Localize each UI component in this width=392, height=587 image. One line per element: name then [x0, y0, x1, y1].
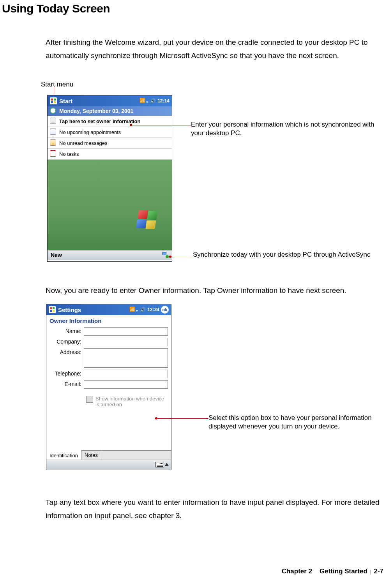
input-address[interactable]	[84, 348, 168, 368]
tabs: Identification Notes	[46, 450, 171, 460]
activesync-icon[interactable]	[162, 252, 169, 258]
tasks-text: No tasks	[59, 151, 79, 157]
callout-show-info: Select this option box to have your pers…	[208, 414, 372, 431]
new-label: New	[51, 252, 62, 258]
panel-title: Owner Information	[46, 315, 171, 326]
input-company[interactable]	[84, 338, 168, 346]
speaker-icon[interactable]: 🔊	[140, 307, 146, 312]
paragraph-3: Tap any text box where you want to enter…	[46, 496, 385, 522]
checkbox-show-info[interactable]	[86, 396, 93, 403]
tasks-icon	[50, 150, 56, 157]
paragraph-2: Now, you are ready to enter Owner inform…	[46, 286, 385, 295]
input-panel-up-icon[interactable]	[165, 463, 169, 466]
status-icons: 📶 🔊 12:14	[139, 98, 170, 104]
screenshot-today-screen: Start 📶 🔊 12:14 Monday, September 03, 20…	[47, 95, 172, 262]
status-icons: 📶 🔊 12:24 ok	[129, 306, 169, 314]
clock-icon	[50, 108, 56, 114]
keyboard-icon[interactable]	[155, 462, 164, 467]
titlebar-text: Settings	[58, 307, 129, 313]
footer-separator: |	[370, 569, 371, 575]
inbox-row[interactable]: No unread messages	[48, 138, 172, 149]
titlebar: Start 📶 🔊 12:14	[48, 95, 172, 106]
tab-notes[interactable]: Notes	[81, 451, 101, 460]
date-text: Monday, September 03, 2001	[59, 108, 133, 114]
label-company: Company:	[49, 338, 84, 346]
owner-form: Name: Company: Address: Telephone: E-mai…	[46, 326, 171, 409]
tab-identification[interactable]: Identification	[46, 450, 81, 460]
new-command-bar[interactable]: New	[48, 250, 172, 260]
form-row-address: Address:	[49, 348, 168, 368]
windows-flag-icon[interactable]	[50, 97, 57, 104]
callout-leader-start-menu	[54, 87, 54, 95]
callout-owner-info: Enter your personal information which is…	[191, 120, 386, 137]
input-name[interactable]	[84, 327, 168, 336]
label-name: Name:	[49, 327, 84, 336]
input-email[interactable]	[84, 380, 168, 389]
windows-flag-icon[interactable]	[49, 306, 56, 313]
date-row[interactable]: Monday, September 03, 2001	[48, 106, 172, 116]
ok-button[interactable]: ok	[161, 306, 169, 314]
speaker-icon[interactable]: 🔊	[150, 98, 156, 104]
appointments-row[interactable]: No upcoming appointments	[48, 127, 172, 138]
wallpaper-area	[48, 160, 172, 250]
form-row-email: E-mail:	[49, 380, 168, 389]
form-row-company: Company:	[49, 338, 168, 346]
inbox-text: No unread messages	[59, 140, 108, 146]
signal-icon[interactable]: 📶	[129, 307, 138, 313]
tasks-row[interactable]: No tasks	[48, 149, 172, 160]
show-info-checkbox-row[interactable]: Show information when device is turned o…	[49, 396, 168, 407]
form-row-telephone: Telephone:	[49, 370, 168, 378]
label-email: E-mail:	[49, 380, 84, 389]
mail-icon	[50, 139, 56, 146]
titlebar: Settings 📶 🔊 12:24 ok	[46, 304, 171, 315]
owner-icon	[50, 118, 56, 124]
input-telephone[interactable]	[84, 370, 168, 378]
owner-info-text: Tap here to set owner information	[59, 118, 141, 124]
intro-paragraph: After finishing the Welcome wizard, put …	[46, 36, 385, 62]
callout-leader	[156, 418, 208, 419]
signal-icon[interactable]: 📶	[139, 98, 148, 104]
titlebar-text[interactable]: Start	[59, 98, 139, 104]
input-panel-bar	[46, 460, 171, 470]
callout-label-start-menu: Start menu	[41, 81, 73, 88]
page-heading: Using Today Screen	[2, 2, 110, 15]
clock-time[interactable]: 12:24	[147, 307, 159, 312]
callout-leader	[170, 257, 192, 257]
callout-activesync: Synchronize today with your desktop PC t…	[193, 250, 376, 259]
windows-logo-icon	[133, 210, 154, 230]
checkbox-label: Show information when device is turned o…	[95, 396, 168, 407]
clock-time[interactable]: 12:14	[157, 98, 170, 104]
label-address: Address:	[49, 348, 84, 368]
form-row-name: Name:	[49, 327, 168, 336]
screenshot-owner-information: Settings 📶 🔊 12:24 ok Owner Information …	[46, 304, 171, 470]
label-telephone: Telephone:	[49, 370, 84, 378]
page-footer: Chapter 2 Getting Started | 2-7	[282, 568, 383, 575]
appointments-text: No upcoming appointments	[59, 129, 121, 135]
footer-page: 2-7	[374, 568, 383, 575]
calendar-icon	[50, 129, 56, 135]
footer-section: Getting Started	[320, 568, 367, 575]
callout-leader	[130, 125, 191, 125]
footer-chapter: Chapter 2	[282, 568, 312, 575]
